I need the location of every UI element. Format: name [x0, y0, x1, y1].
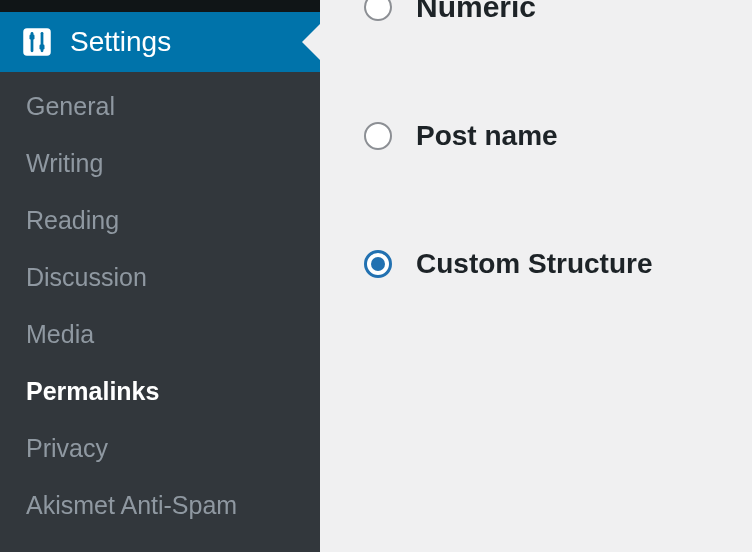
- settings-sliders-icon: [22, 27, 52, 57]
- submenu-item-permalinks[interactable]: Permalinks: [0, 363, 320, 420]
- submenu-item-discussion[interactable]: Discussion: [0, 249, 320, 306]
- permalink-option-custom-structure[interactable]: Custom Structure: [320, 248, 752, 280]
- submenu-item-privacy[interactable]: Privacy: [0, 420, 320, 477]
- submenu-item-writing[interactable]: Writing: [0, 135, 320, 192]
- radio-icon: [364, 0, 392, 21]
- radio-icon-selected: [364, 250, 392, 278]
- svg-rect-4: [40, 45, 45, 50]
- sidebar-top-bar: [0, 0, 320, 12]
- sidebar-settings-label: Settings: [70, 26, 171, 58]
- submenu-item-akismet[interactable]: Akismet Anti-Spam: [0, 477, 320, 534]
- permalink-option-label: Numeric: [416, 0, 536, 24]
- radio-icon: [364, 122, 392, 150]
- radio-dot-icon: [371, 257, 385, 271]
- permalink-option-numeric[interactable]: Numeric: [320, 0, 752, 24]
- content-area: Numeric Post name Custom Structure: [320, 0, 752, 552]
- settings-submenu: General Writing Reading Discussion Media…: [0, 72, 320, 552]
- permalink-option-post-name[interactable]: Post name: [320, 120, 752, 152]
- admin-sidebar: Settings General Writing Reading Discuss…: [0, 0, 320, 552]
- svg-rect-3: [30, 35, 35, 40]
- svg-rect-0: [23, 28, 51, 56]
- submenu-item-reading[interactable]: Reading: [0, 192, 320, 249]
- submenu-item-media[interactable]: Media: [0, 306, 320, 363]
- sidebar-item-settings[interactable]: Settings: [0, 12, 320, 72]
- submenu-item-general[interactable]: General: [0, 78, 320, 135]
- permalink-option-label: Post name: [416, 120, 558, 152]
- permalink-option-label: Custom Structure: [416, 248, 652, 280]
